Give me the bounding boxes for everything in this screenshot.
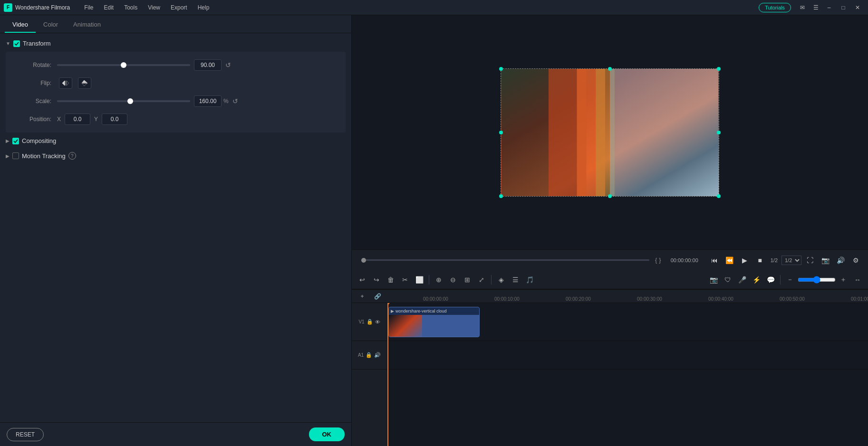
page-selector[interactable]: 1/2	[781, 256, 801, 265]
step-back-button[interactable]: ⏪	[723, 254, 736, 267]
minimize-button[interactable]: –	[822, 2, 836, 13]
app-title: Wondershare Filmora	[15, 4, 70, 11]
flip-vertical-button[interactable]	[78, 77, 91, 89]
reset-button[interactable]: RESET	[7, 428, 44, 441]
progress-thumb[interactable]	[361, 258, 366, 263]
delete-button[interactable]: 🗑	[384, 273, 397, 286]
audio-lock-icon[interactable]: 🔒	[366, 352, 372, 358]
marker-button[interactable]: ◈	[494, 273, 508, 286]
link-button[interactable]: 🔗	[371, 290, 384, 303]
handle-bottom-middle[interactable]	[608, 194, 612, 198]
window-controls: – □ ✕	[822, 2, 864, 13]
fullscreen-button[interactable]: ⛶	[803, 254, 817, 267]
right-panel: { } 00:00:00:00 ⏮ ⏪ ▶ ■ 1/2 1/2 ⛶ 📷 🔊 ⚙ …	[352, 15, 868, 446]
clip-thumb-image-1	[389, 315, 422, 337]
zoom-out-button[interactable]: ⊖	[446, 273, 460, 286]
align-button[interactable]: ☰	[509, 273, 522, 286]
preview-video	[501, 69, 719, 196]
track-label-v1: V1 🔒 👁	[352, 303, 387, 341]
expand-button[interactable]: ⤢	[475, 273, 488, 286]
subtitle-button[interactable]: 💬	[764, 273, 777, 286]
play-button[interactable]: ▶	[738, 254, 752, 267]
audio-mute-icon[interactable]: 🔊	[374, 352, 381, 358]
clip-name: wondershare-vertical cloud	[395, 309, 447, 313]
message-icon[interactable]: ✉	[796, 2, 809, 13]
motion-tracking-help-icon[interactable]: ?	[68, 152, 76, 160]
compositing-header[interactable]: ▶ Compositing	[0, 134, 351, 147]
playback-progress[interactable]	[361, 259, 649, 261]
rotate-reset-button[interactable]: ↺	[223, 60, 233, 70]
zoom-fit-button[interactable]: ↔	[851, 273, 864, 286]
a1-num: A1	[358, 352, 364, 358]
handle-top-left[interactable]	[499, 67, 503, 71]
timeline-area: + 🔗 00:00:00:00 00:00:10:00 00:00:20:00 …	[352, 289, 868, 446]
transform-title: Transform	[23, 40, 51, 47]
playhead[interactable]	[387, 303, 388, 446]
timeline-ruler: + 🔗 00:00:00:00 00:00:10:00 00:00:20:00 …	[352, 290, 868, 303]
scale-thumb[interactable]	[127, 98, 133, 104]
effects-button[interactable]: ⚡	[750, 273, 763, 286]
handle-top-middle[interactable]	[608, 67, 612, 71]
settings-button[interactable]: ⚙	[849, 254, 862, 267]
fit-button[interactable]: ⊞	[461, 273, 474, 286]
scale-input[interactable]	[194, 95, 222, 107]
motion-tracking-header[interactable]: ▶ Motion Tracking ?	[0, 149, 351, 162]
compositing-checkbox[interactable]	[12, 138, 19, 144]
menu-file[interactable]: File	[79, 2, 98, 13]
transform-header[interactable]: ▼ Transform	[0, 37, 351, 50]
scale-slider[interactable]	[57, 100, 190, 102]
add-track-button[interactable]: +	[356, 290, 369, 303]
undo-button[interactable]: ↩	[356, 273, 369, 286]
redo-button[interactable]: ↪	[370, 273, 383, 286]
zoom-minus-button[interactable]: －	[783, 273, 797, 286]
zoom-plus-button[interactable]: ＋	[837, 273, 850, 286]
shield-button[interactable]: 🛡	[721, 273, 734, 286]
scale-unit: %	[223, 98, 229, 104]
handle-bottom-left[interactable]	[499, 194, 503, 198]
camera-button[interactable]: 📷	[707, 273, 720, 286]
zoom-in-button[interactable]: ⊕	[432, 273, 445, 286]
tab-animation[interactable]: Animation	[66, 17, 108, 33]
menu-icon[interactable]: ☰	[809, 2, 822, 13]
screenshot-button[interactable]: 📷	[819, 254, 832, 267]
rotate-thumb[interactable]	[121, 62, 126, 68]
clip-thumbnail-1	[389, 315, 422, 337]
stop-button[interactable]: ■	[753, 254, 767, 267]
main-content: Video Color Animation ▼ Transform Rotate	[0, 15, 868, 446]
menu-tools[interactable]: Tools	[119, 2, 142, 13]
menu-help[interactable]: Help	[193, 2, 214, 13]
tab-video[interactable]: Video	[5, 17, 36, 33]
tab-color[interactable]: Color	[36, 17, 66, 33]
menu-edit[interactable]: Edit	[99, 2, 119, 13]
handle-middle-right[interactable]	[717, 131, 721, 134]
transform-checkbox[interactable]	[13, 40, 20, 47]
pos-y-input[interactable]	[102, 114, 127, 125]
rotate-label: Rotate:	[13, 62, 51, 68]
eye-icon[interactable]: 👁	[375, 319, 380, 325]
pos-x-input[interactable]	[65, 114, 90, 125]
mic-button[interactable]: 🎤	[735, 273, 749, 286]
audio-button[interactable]: 🔊	[834, 254, 847, 267]
scale-reset-button[interactable]: ↺	[231, 96, 240, 106]
menu-export[interactable]: Export	[166, 2, 192, 13]
rotate-input[interactable]: 90.00	[194, 59, 222, 71]
tutorials-button[interactable]: Tutorials	[759, 3, 791, 12]
video-clip[interactable]: ▶ wondershare-vertical cloud	[388, 307, 480, 337]
zoom-slider[interactable]	[798, 276, 836, 284]
flip-horizontal-button[interactable]	[59, 77, 72, 89]
maximize-button[interactable]: □	[837, 2, 850, 13]
lock-icon[interactable]: 🔒	[366, 319, 373, 325]
rewind-button[interactable]: ⏮	[708, 254, 721, 267]
motion-tracking-checkbox[interactable]	[12, 152, 19, 159]
handle-top-right[interactable]	[717, 67, 721, 71]
handle-bottom-right[interactable]	[717, 194, 721, 198]
rotate-slider[interactable]	[57, 64, 190, 66]
crop-button[interactable]: ⬜	[413, 273, 426, 286]
cut-button[interactable]: ✂	[398, 273, 412, 286]
ok-button[interactable]: OK	[309, 427, 345, 441]
audio-track-button[interactable]: 🎵	[523, 273, 536, 286]
menu-view[interactable]: View	[143, 2, 165, 13]
handle-middle-left[interactable]	[499, 131, 503, 134]
toolbar-sep-3	[780, 275, 781, 285]
close-button[interactable]: ✕	[851, 2, 864, 13]
